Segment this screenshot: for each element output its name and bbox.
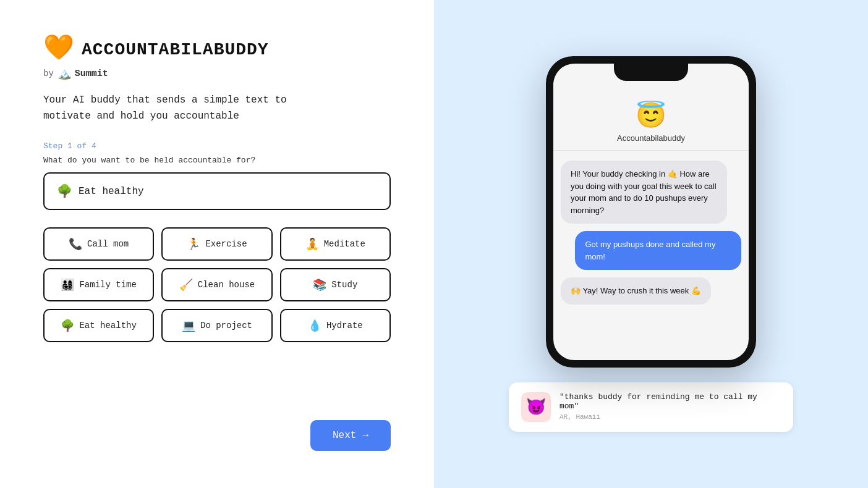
- testimonial-card: 😈 "thanks buddy for reminding me to call…: [509, 382, 793, 432]
- chat-avatar: 😇: [636, 101, 666, 131]
- chip-hydrate[interactable]: 💧Hydrate: [280, 309, 391, 342]
- by-row: by 🏔️ Summit: [43, 67, 391, 80]
- chip-emoji: 📞: [69, 237, 82, 251]
- tagline: Your AI buddy that sends a simple text t…: [43, 93, 391, 124]
- chat-bubble-sent: Got my pushups done and called my mom!: [575, 231, 741, 270]
- testimonial-avatar-emoji: 😈: [526, 397, 546, 417]
- chip-label: Study: [331, 280, 357, 290]
- chip-emoji: 💧: [308, 319, 321, 332]
- phone-notch: [614, 64, 688, 81]
- goal-input-text: Eat healthy: [79, 186, 144, 197]
- chat-name: Accountabilabuddy: [617, 133, 685, 143]
- chip-label: Eat healthy: [79, 321, 136, 330]
- phone-screen: 😇 Accountabilabuddy Hi! Your buddy check…: [553, 64, 749, 360]
- logo-emoji: 🧡: [43, 37, 74, 62]
- step-label: Step 1 of 4: [43, 141, 391, 151]
- question-label: What do you want to be held accountable …: [43, 156, 391, 165]
- chip-emoji: 🧹: [179, 278, 193, 292]
- chip-exercise[interactable]: 🏃Exercise: [161, 227, 272, 261]
- chat-header: 😇 Accountabilabuddy: [553, 82, 749, 151]
- testimonial-location: AR, Hawaii: [560, 413, 781, 421]
- chips-grid: 📞Call mom🏃Exercise🧘Meditate👨‍👩‍👧‍👦Family…: [43, 227, 391, 342]
- bottom-row: Next →: [43, 420, 391, 451]
- app-title: ACCOUNTABILABUDDY: [82, 40, 269, 59]
- chip-call-mom[interactable]: 📞Call mom: [43, 227, 154, 261]
- chip-do-project[interactable]: 💻Do project: [161, 309, 272, 342]
- chip-label: Meditate: [324, 239, 365, 249]
- chip-emoji: 🌳: [61, 319, 74, 332]
- goal-emoji: 🌳: [57, 183, 72, 199]
- testimonial-body: "thanks buddy for reminding me to call m…: [560, 392, 781, 421]
- chip-label: Clean house: [198, 280, 255, 290]
- chat-bubble-received: 🙌 Yay! Way to crush it this week 💪: [561, 277, 711, 305]
- summit-name: Summit: [75, 69, 108, 79]
- phone-mockup: 😇 Accountabilabuddy Hi! Your buddy check…: [546, 56, 756, 368]
- chip-label: Do project: [200, 321, 252, 330]
- testimonial-avatar: 😈: [521, 392, 551, 422]
- chip-label: Hydrate: [326, 321, 363, 330]
- chip-emoji: 🧘: [305, 237, 319, 251]
- chip-label: Exercise: [205, 239, 247, 249]
- chip-emoji: 🏃: [187, 237, 200, 251]
- chip-emoji: 👨‍👩‍👧‍👦: [61, 278, 74, 292]
- chat-messages: Hi! Your buddy checking in 🤙 How are you…: [553, 151, 749, 314]
- next-arrow-icon: →: [362, 430, 368, 441]
- summit-emoji: 🏔️: [57, 67, 71, 80]
- chip-study[interactable]: 📚Study: [280, 268, 391, 301]
- chip-emoji: 📚: [313, 278, 326, 292]
- next-button[interactable]: Next →: [310, 420, 391, 451]
- chip-label: Call mom: [87, 239, 129, 249]
- goal-input-box[interactable]: 🌳 Eat healthy: [43, 172, 391, 210]
- chip-emoji: 💻: [182, 319, 195, 332]
- right-panel: 😇 Accountabilabuddy Hi! Your buddy check…: [434, 0, 868, 488]
- chip-label: Family time: [79, 280, 136, 290]
- chip-clean-house[interactable]: 🧹Clean house: [161, 268, 272, 301]
- next-button-label: Next: [333, 430, 356, 441]
- logo-row: 🧡 ACCOUNTABILABUDDY: [43, 37, 391, 62]
- chip-eat-healthy[interactable]: 🌳Eat healthy: [43, 309, 154, 342]
- by-text: by: [43, 69, 54, 78]
- chip-family-time[interactable]: 👨‍👩‍👧‍👦Family time: [43, 268, 154, 301]
- left-panel: 🧡 ACCOUNTABILABUDDY by 🏔️ Summit Your AI…: [0, 0, 434, 488]
- testimonial-quote: "thanks buddy for reminding me to call m…: [560, 392, 781, 411]
- chip-meditate[interactable]: 🧘Meditate: [280, 227, 391, 261]
- chat-bubble-received: Hi! Your buddy checking in 🤙 How are you…: [561, 161, 727, 224]
